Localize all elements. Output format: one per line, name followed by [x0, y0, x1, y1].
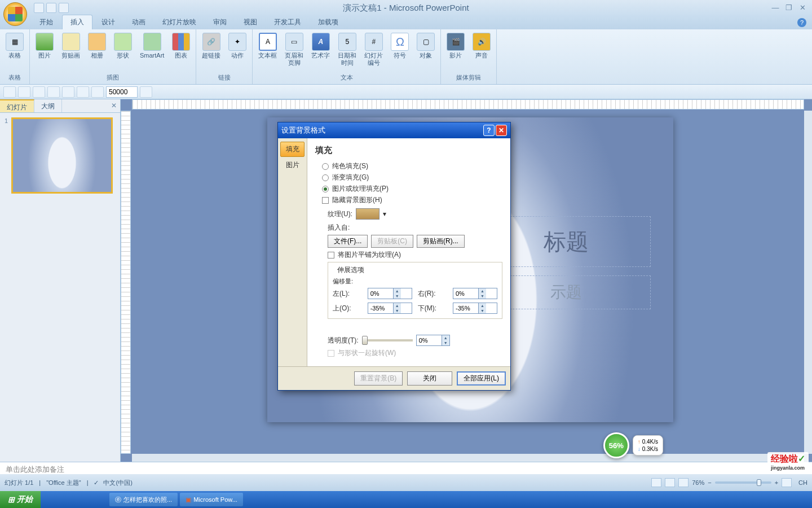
check-tile-as-texture[interactable]: 将图片平铺为纹理(A) — [328, 250, 502, 260]
wordart-button[interactable]: A艺术字 — [309, 32, 332, 60]
panel-close-icon[interactable]: ✕ — [111, 102, 117, 110]
dialog-close-button[interactable]: ✕ — [496, 125, 507, 136]
tab-view[interactable]: 视图 — [236, 15, 265, 29]
shapes-button[interactable]: 形状 — [112, 32, 134, 60]
nav-picture[interactable]: 图片 — [280, 158, 304, 172]
tab-slideshow[interactable]: 幻灯片放映 — [155, 15, 204, 29]
radio-gradient-fill[interactable]: 渐变填充(G) — [322, 173, 502, 182]
tool-button-1[interactable] — [3, 86, 16, 98]
start-button[interactable]: ⊞开始 — [0, 491, 41, 508]
tab-insert[interactable]: 插入 — [62, 15, 92, 29]
panel-tab-slides[interactable]: 幻灯片 — [0, 99, 34, 112]
status-slide-count: 幻灯片 1/1 — [5, 479, 33, 487]
object-button[interactable]: ▢对象 — [414, 32, 437, 60]
tool-button-2[interactable] — [18, 86, 30, 98]
ime-indicator[interactable]: CH — [798, 479, 807, 486]
table-button[interactable]: ▦表格 — [3, 32, 26, 60]
quicklaunch-1[interactable] — [42, 494, 53, 505]
apply-all-button[interactable]: 全部应用(L) — [457, 371, 506, 386]
header-button[interactable]: ▭页眉和 页脚 — [283, 32, 306, 68]
qat-redo-icon[interactable] — [59, 3, 69, 13]
dropdown-icon[interactable]: ▾ — [383, 210, 386, 218]
ribbon: ▦表格 表格 图片 剪贴画 相册 形状 SmartArt 图表 插图 🔗超链接 … — [0, 29, 812, 85]
offset-bottom-spinner[interactable]: ▲▼ — [453, 303, 497, 314]
radio-solid-fill[interactable]: 纯色填充(S) — [322, 161, 502, 171]
radio-picture-texture-fill[interactable]: 图片或纹理填充(P) — [322, 184, 502, 194]
group-links-label: 链接 — [200, 72, 249, 83]
status-language[interactable]: 中文(中国) — [103, 479, 132, 487]
spellcheck-icon[interactable]: ✓ — [94, 479, 99, 487]
clipart-button[interactable]: 剪贴画(R)... — [417, 235, 465, 248]
numeric-input[interactable] — [106, 86, 138, 98]
close-button[interactable]: ✕ — [796, 2, 809, 12]
qat-undo-icon[interactable] — [46, 3, 56, 13]
panel-tab-outline[interactable]: 大纲 — [34, 99, 62, 112]
action-icon: ✦ — [228, 33, 246, 51]
network-widget[interactable]: 56% 0.4K/s 0.3K/s — [603, 432, 663, 458]
quicklaunch-5[interactable] — [96, 494, 107, 505]
quicklaunch-4[interactable] — [82, 494, 94, 505]
slide-thumbnail-1[interactable] — [11, 117, 113, 194]
tab-design[interactable]: 设计 — [94, 15, 123, 29]
sound-button[interactable]: 🔊声音 — [470, 32, 493, 60]
zoom-in-button[interactable]: + — [775, 479, 778, 486]
fit-window-button[interactable] — [782, 478, 792, 487]
maximize-button[interactable]: ❐ — [783, 2, 795, 12]
tool-button-6[interactable] — [77, 86, 89, 98]
close-dialog-button[interactable]: 关闭 — [407, 371, 452, 386]
movie-button[interactable]: 🎬影片 — [444, 32, 467, 60]
taskbar-item-browser[interactable]: ⓔ怎样把喜欢的照... — [109, 493, 178, 506]
tool-button-7[interactable] — [91, 86, 104, 98]
textbox-button[interactable]: A文本框 — [256, 32, 279, 60]
transparency-slider[interactable] — [362, 339, 413, 341]
nav-fill[interactable]: 填充 — [280, 142, 304, 157]
datetime-button[interactable]: 5日期和 时间 — [336, 32, 359, 68]
top-label: 上(O): — [333, 304, 362, 313]
tool-button-3[interactable] — [33, 86, 45, 98]
offset-left-spinner[interactable]: ▲▼ — [368, 288, 412, 299]
zoom-out-button[interactable]: − — [708, 479, 711, 486]
zoom-percent[interactable]: 76% — [692, 479, 704, 486]
transparency-spinner[interactable]: ▲▼ — [416, 335, 450, 346]
clipart-button[interactable]: 剪贴画 — [59, 32, 82, 60]
texture-picker[interactable] — [356, 208, 379, 220]
minimize-button[interactable]: — — [769, 2, 782, 12]
vertical-scrollbar[interactable] — [804, 111, 812, 454]
slidenum-button[interactable]: #幻灯片 编号 — [362, 32, 385, 68]
album-button[interactable]: 相册 — [86, 32, 108, 60]
picture-button[interactable]: 图片 — [33, 32, 56, 60]
tool-dropdown[interactable] — [140, 86, 152, 98]
tab-animations[interactable]: 动画 — [124, 15, 153, 29]
qat-save-icon[interactable] — [34, 3, 44, 13]
chart-button[interactable]: 图表 — [170, 32, 192, 60]
taskbar-item-powerpoint[interactable]: ▣Microsoft Pow... — [180, 493, 243, 506]
action-button[interactable]: ✦动作 — [226, 32, 249, 60]
normal-view-button[interactable] — [651, 478, 661, 487]
tab-review[interactable]: 审阅 — [205, 15, 235, 29]
tab-developer[interactable]: 开发工具 — [266, 15, 309, 29]
file-button[interactable]: 文件(F)... — [328, 235, 368, 248]
slideshow-view-button[interactable] — [678, 478, 689, 487]
horizontal-scrollbar[interactable] — [132, 454, 804, 462]
sorter-view-button[interactable] — [665, 478, 675, 487]
office-button[interactable] — [3, 2, 27, 26]
hyperlink-button[interactable]: 🔗超链接 — [200, 32, 223, 60]
tool-button-5[interactable] — [62, 86, 74, 98]
dialog-help-button[interactable]: ? — [483, 125, 495, 136]
tab-home[interactable]: 开始 — [32, 15, 61, 29]
quicklaunch-2[interactable] — [55, 494, 67, 505]
offset-right-spinner[interactable]: ▲▼ — [453, 288, 497, 299]
zoom-slider[interactable] — [715, 481, 771, 484]
check-hide-bg-graphics[interactable]: 隐藏背景图形(H) — [322, 195, 502, 205]
help-icon[interactable]: ? — [797, 18, 806, 27]
smartart-icon — [143, 33, 161, 51]
quicklaunch-3[interactable] — [69, 494, 80, 505]
smartart-button[interactable]: SmartArt — [138, 32, 166, 60]
symbol-button[interactable]: Ω符号 — [389, 32, 411, 60]
tab-addins[interactable]: 加载项 — [310, 15, 346, 29]
offset-top-spinner[interactable]: ▲▼ — [368, 303, 412, 314]
movie-icon: 🎬 — [447, 33, 465, 51]
taskbar: ⊞开始 ⓔ怎样把喜欢的照... ▣Microsoft Pow... — [0, 491, 812, 508]
dialog-titlebar[interactable]: 设置背景格式 ? ✕ — [278, 122, 510, 138]
tool-button-4[interactable] — [47, 86, 60, 98]
